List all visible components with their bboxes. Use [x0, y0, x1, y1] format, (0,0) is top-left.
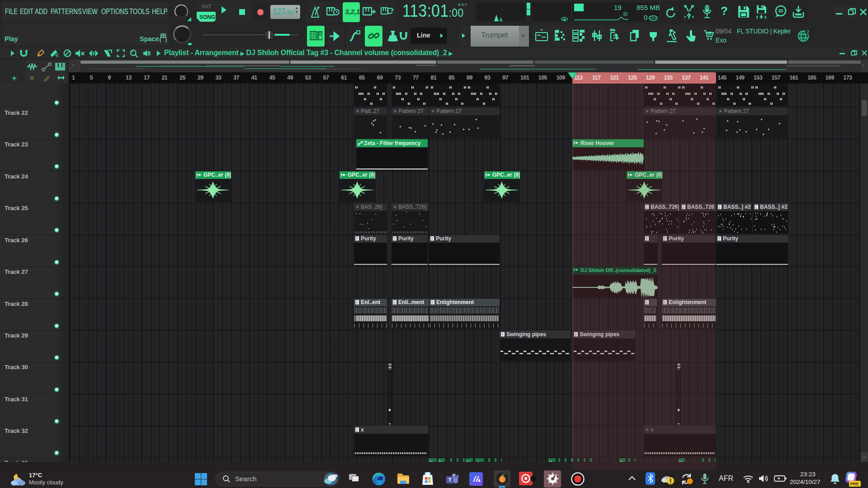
svg-text:T: T — [448, 477, 452, 483]
svg-text:2: 2 — [807, 29, 809, 35]
